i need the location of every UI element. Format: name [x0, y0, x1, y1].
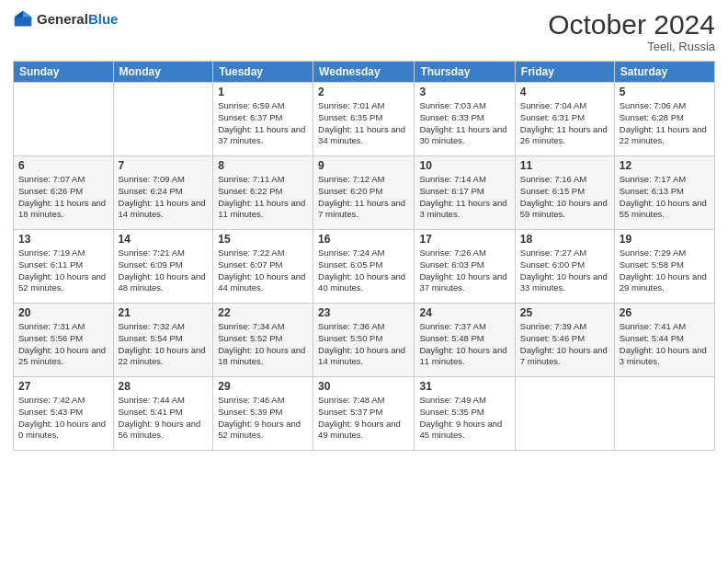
day-number: 12: [620, 159, 710, 172]
day-info: Sunrise: 7:49 AM Sunset: 5:35 PM Dayligh…: [419, 395, 509, 442]
day-info: Sunrise: 7:24 AM Sunset: 6:05 PM Dayligh…: [318, 247, 409, 294]
calendar-cell: 8Sunrise: 7:11 AM Sunset: 6:22 PM Daylig…: [213, 156, 313, 230]
logo-general: GeneralBlue: [37, 12, 118, 28]
day-number: 26: [620, 306, 710, 319]
day-info: Sunrise: 7:44 AM Sunset: 5:41 PM Dayligh…: [119, 395, 209, 442]
day-number: 31: [419, 380, 509, 393]
day-number: 2: [318, 86, 409, 98]
location: Teeli, Russia: [548, 40, 715, 53]
calendar-week-3: 13Sunrise: 7:19 AM Sunset: 6:11 PM Dayli…: [14, 230, 715, 304]
calendar-cell: 13Sunrise: 7:19 AM Sunset: 6:11 PM Dayli…: [14, 230, 114, 304]
calendar-cell: 9Sunrise: 7:12 AM Sunset: 6:20 PM Daylig…: [313, 156, 415, 230]
calendar-cell: 21Sunrise: 7:32 AM Sunset: 5:54 PM Dayli…: [113, 304, 213, 377]
calendar-week-4: 20Sunrise: 7:31 AM Sunset: 5:56 PM Dayli…: [14, 304, 715, 377]
day-number: 30: [318, 380, 409, 393]
calendar-cell: 18Sunrise: 7:27 AM Sunset: 6:00 PM Dayli…: [515, 230, 614, 304]
day-number: 21: [119, 306, 209, 319]
day-number: 13: [18, 233, 108, 246]
calendar-cell: 28Sunrise: 7:44 AM Sunset: 5:41 PM Dayli…: [113, 377, 213, 451]
day-info: Sunrise: 7:03 AM Sunset: 6:33 PM Dayligh…: [419, 100, 509, 147]
day-info: Sunrise: 7:26 AM Sunset: 6:03 PM Dayligh…: [419, 247, 509, 294]
calendar-cell: 11Sunrise: 7:16 AM Sunset: 6:15 PM Dayli…: [515, 156, 614, 230]
day-info: Sunrise: 7:01 AM Sunset: 6:35 PM Dayligh…: [318, 100, 409, 147]
calendar-cell: 15Sunrise: 7:22 AM Sunset: 6:07 PM Dayli…: [213, 230, 313, 304]
day-info: Sunrise: 7:16 AM Sunset: 6:15 PM Dayligh…: [520, 174, 609, 221]
day-number: 25: [520, 306, 609, 319]
calendar-cell: 22Sunrise: 7:34 AM Sunset: 5:52 PM Dayli…: [213, 304, 313, 377]
day-header-tuesday: Tuesday: [213, 62, 313, 83]
day-number: 14: [119, 233, 209, 246]
calendar-cell: 10Sunrise: 7:14 AM Sunset: 6:17 PM Dayli…: [415, 156, 515, 230]
day-info: Sunrise: 7:37 AM Sunset: 5:48 PM Dayligh…: [419, 321, 509, 368]
day-number: 1: [218, 86, 308, 98]
day-info: Sunrise: 7:04 AM Sunset: 6:31 PM Dayligh…: [520, 100, 609, 147]
calendar-cell: 26Sunrise: 7:41 AM Sunset: 5:44 PM Dayli…: [614, 304, 714, 377]
day-info: Sunrise: 7:09 AM Sunset: 6:24 PM Dayligh…: [119, 174, 209, 221]
calendar-cell: 5Sunrise: 7:06 AM Sunset: 6:28 PM Daylig…: [614, 83, 714, 156]
calendar-cell: 23Sunrise: 7:36 AM Sunset: 5:50 PM Dayli…: [313, 304, 415, 377]
day-number: 18: [520, 233, 609, 246]
day-info: Sunrise: 7:07 AM Sunset: 6:26 PM Dayligh…: [18, 174, 108, 221]
day-info: Sunrise: 7:34 AM Sunset: 5:52 PM Dayligh…: [218, 321, 308, 368]
day-number: 17: [419, 233, 509, 246]
day-info: Sunrise: 7:21 AM Sunset: 6:09 PM Dayligh…: [119, 247, 209, 294]
day-number: 7: [119, 159, 209, 172]
calendar-cell: 24Sunrise: 7:37 AM Sunset: 5:48 PM Dayli…: [415, 304, 515, 377]
day-info: Sunrise: 7:27 AM Sunset: 6:00 PM Dayligh…: [520, 247, 609, 294]
day-number: 23: [318, 306, 409, 319]
page-header: GeneralBlue October 2024 Teeli, Russia: [13, 9, 715, 53]
calendar-cell: [515, 377, 614, 451]
calendar-cell: [14, 83, 114, 156]
day-info: Sunrise: 7:22 AM Sunset: 6:07 PM Dayligh…: [218, 247, 308, 294]
calendar-cell: 25Sunrise: 7:39 AM Sunset: 5:46 PM Dayli…: [515, 304, 614, 377]
calendar-cell: 6Sunrise: 7:07 AM Sunset: 6:26 PM Daylig…: [14, 156, 114, 230]
day-number: 9: [318, 159, 409, 172]
day-info: Sunrise: 7:46 AM Sunset: 5:39 PM Dayligh…: [218, 395, 308, 442]
calendar-cell: 12Sunrise: 7:17 AM Sunset: 6:13 PM Dayli…: [614, 156, 714, 230]
day-number: 29: [218, 380, 308, 393]
day-info: Sunrise: 7:19 AM Sunset: 6:11 PM Dayligh…: [18, 247, 108, 294]
day-header-wednesday: Wednesday: [313, 62, 415, 83]
title-area: October 2024 Teeli, Russia: [548, 9, 715, 53]
calendar-cell: 19Sunrise: 7:29 AM Sunset: 5:58 PM Dayli…: [614, 230, 714, 304]
day-number: 11: [520, 159, 609, 172]
calendar-cell: 4Sunrise: 7:04 AM Sunset: 6:31 PM Daylig…: [515, 83, 614, 156]
day-header-sunday: Sunday: [14, 62, 114, 83]
calendar-cell: 2Sunrise: 7:01 AM Sunset: 6:35 PM Daylig…: [313, 83, 415, 156]
day-number: 8: [218, 159, 308, 172]
day-number: 27: [18, 380, 108, 393]
day-info: Sunrise: 7:17 AM Sunset: 6:13 PM Dayligh…: [620, 174, 710, 221]
logo: GeneralBlue: [13, 9, 118, 29]
day-number: 22: [218, 306, 308, 319]
day-number: 5: [620, 86, 710, 98]
calendar-cell: 7Sunrise: 7:09 AM Sunset: 6:24 PM Daylig…: [113, 156, 213, 230]
day-number: 20: [18, 306, 108, 319]
day-info: Sunrise: 7:11 AM Sunset: 6:22 PM Dayligh…: [218, 174, 308, 221]
day-number: 28: [119, 380, 209, 393]
calendar-week-5: 27Sunrise: 7:42 AM Sunset: 5:43 PM Dayli…: [14, 377, 715, 451]
calendar-cell: 29Sunrise: 7:46 AM Sunset: 5:39 PM Dayli…: [213, 377, 313, 451]
day-number: 3: [419, 86, 509, 98]
day-number: 15: [218, 233, 308, 246]
day-header-friday: Friday: [515, 62, 614, 83]
svg-marker-1: [23, 11, 31, 17]
day-info: Sunrise: 7:31 AM Sunset: 5:56 PM Dayligh…: [18, 321, 108, 368]
day-number: 19: [620, 233, 710, 246]
calendar-cell: 31Sunrise: 7:49 AM Sunset: 5:35 PM Dayli…: [415, 377, 515, 451]
day-number: 4: [520, 86, 609, 98]
calendar-table: SundayMondayTuesdayWednesdayThursdayFrid…: [13, 61, 715, 451]
day-number: 6: [18, 159, 108, 172]
month-title: October 2024: [548, 9, 715, 40]
day-info: Sunrise: 7:06 AM Sunset: 6:28 PM Dayligh…: [620, 100, 710, 147]
calendar-cell: [113, 83, 213, 156]
day-number: 10: [419, 159, 509, 172]
day-info: Sunrise: 7:41 AM Sunset: 5:44 PM Dayligh…: [620, 321, 710, 368]
day-header-saturday: Saturday: [614, 62, 714, 83]
calendar-week-1: 1Sunrise: 6:59 AM Sunset: 6:37 PM Daylig…: [14, 83, 715, 156]
day-number: 16: [318, 233, 409, 246]
calendar-cell: 1Sunrise: 6:59 AM Sunset: 6:37 PM Daylig…: [213, 83, 313, 156]
calendar-header-row: SundayMondayTuesdayWednesdayThursdayFrid…: [14, 62, 715, 83]
calendar-cell: 14Sunrise: 7:21 AM Sunset: 6:09 PM Dayli…: [113, 230, 213, 304]
day-number: 24: [419, 306, 509, 319]
calendar-cell: 20Sunrise: 7:31 AM Sunset: 5:56 PM Dayli…: [14, 304, 114, 377]
